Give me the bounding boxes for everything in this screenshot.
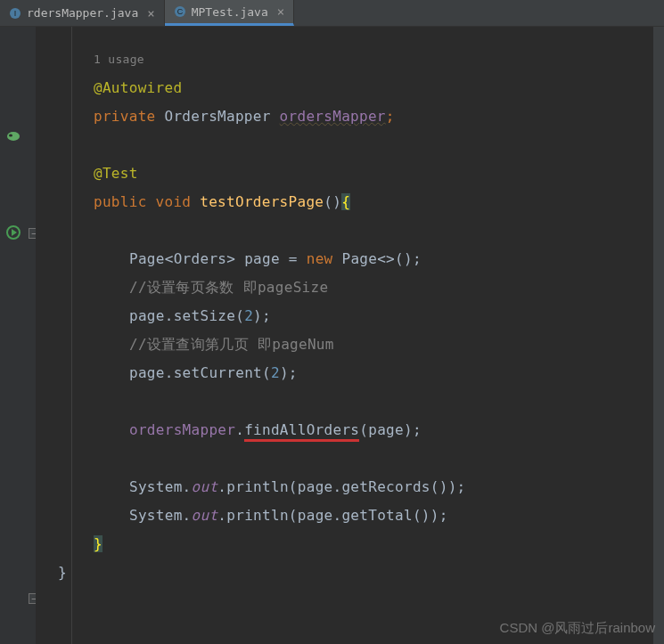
annotation-autowired: @Autowired [94,79,182,96]
svg-point-4 [7,132,20,141]
gutter: − − [0,27,36,644]
annotation-test: @Test [94,165,138,182]
java-class-icon: I [9,7,21,20]
run-test-icon[interactable] [5,224,21,240]
bean-icon[interactable] [5,128,21,144]
java-class-icon: C [174,5,186,18]
method-find-all-orders: findAllOrders [244,421,359,442]
method-name: testOrdersPage [200,193,324,210]
close-icon[interactable]: × [147,6,154,20]
tab-orders-mapper[interactable]: I rdersMapper.java × [0,0,165,26]
field-orders-mapper: ordersMapper [280,108,386,125]
tab-mptest[interactable]: C MPTest.java × [165,0,295,26]
svg-text:C: C [176,7,183,16]
close-icon[interactable]: × [277,4,284,19]
comment: //设置每页条数 即pageSize [129,279,328,296]
svg-point-5 [9,135,12,137]
watermark: CSDN @风雨过后rainbow [500,620,655,637]
code-area[interactable]: 1 usage @Autowired private OrdersMapper … [36,27,664,644]
editor-area: − − 1 usage @Autowired private OrdersMap… [0,27,664,644]
tab-label: MPTest.java [192,5,268,19]
tab-label: rdersMapper.java [27,6,138,20]
tab-bar: I rdersMapper.java × C MPTest.java × [0,0,664,27]
svg-text:I: I [14,9,17,18]
usage-hint[interactable]: 1 usage [94,53,144,66]
comment: //设置查询第几页 即pageNum [129,336,334,353]
scrollbar[interactable] [653,27,664,644]
